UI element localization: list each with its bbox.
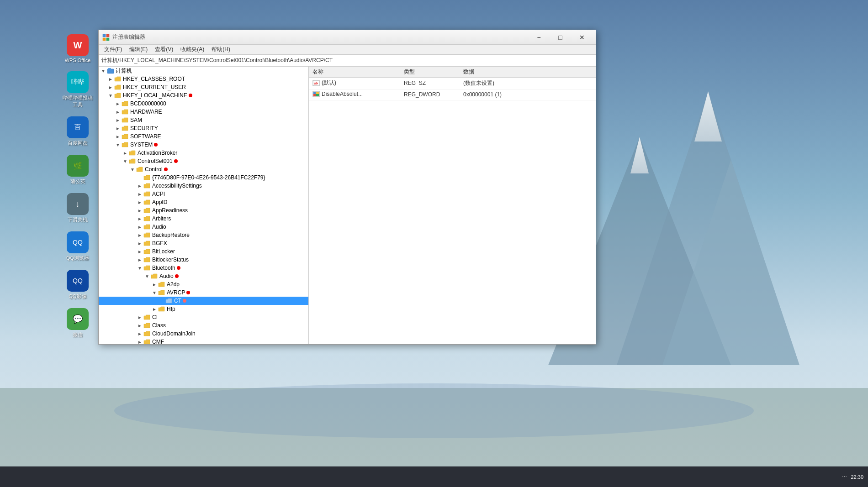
expand-a2dp[interactable]: ► bbox=[151, 281, 158, 288]
tree-item-hfp[interactable]: ► Hfp bbox=[99, 305, 308, 313]
expand-software[interactable]: ► bbox=[114, 133, 122, 140]
tree-item-guid[interactable]: ► {7746D80F-97E0-4E26-9543-26B41FC22F79} bbox=[99, 173, 308, 182]
expand-cmf[interactable]: ► bbox=[136, 338, 143, 344]
expand-acpi[interactable]: ► bbox=[136, 190, 143, 198]
table-row[interactable]: ab (默认) REG_SZ (数值未设置) bbox=[309, 78, 596, 89]
tree-item-accessibilitysettings[interactable]: ► AccessibilitySettings bbox=[99, 182, 308, 190]
tree-item-avrcp[interactable]: ▼ AVRCP bbox=[99, 288, 308, 297]
expand-hklm[interactable]: ▼ bbox=[107, 92, 114, 99]
expand-accessibilitysettings[interactable]: ► bbox=[136, 182, 143, 189]
menu-help[interactable]: 帮助(H) bbox=[208, 45, 234, 54]
expand-class[interactable]: ► bbox=[136, 322, 143, 329]
sidebar-item-wps[interactable]: W WPS Office bbox=[63, 32, 93, 65]
sidebar-item-wechat[interactable]: 💬 微信 bbox=[64, 306, 91, 340]
expand-bitlocker[interactable]: ► bbox=[136, 248, 143, 255]
expand-avrcp[interactable]: ▼ bbox=[151, 289, 158, 296]
expand-security[interactable]: ► bbox=[114, 125, 122, 132]
expand-hfp[interactable]: ► bbox=[151, 305, 158, 313]
expand-hkcu[interactable]: ► bbox=[107, 84, 114, 91]
expand-bluetooth[interactable]: ▼ bbox=[136, 264, 143, 272]
menu-file[interactable]: 文件(F) bbox=[101, 45, 126, 54]
expand-appid[interactable]: ► bbox=[136, 199, 143, 206]
sidebar-item-pugong[interactable]: 🌿 蒲公英 bbox=[64, 152, 91, 187]
menu-view[interactable]: 查看(V) bbox=[151, 45, 177, 54]
expand-audio[interactable]: ► bbox=[136, 223, 143, 230]
qqying-label: QQ影像 bbox=[69, 293, 86, 300]
tree-item-clouddomainjoin[interactable]: ► CloudDomainJoin bbox=[99, 330, 308, 338]
expand-computer[interactable]: ▼ bbox=[100, 67, 107, 74]
tree-item-bluetooth[interactable]: ▼ Bluetooth bbox=[99, 264, 308, 272]
tree-item-audio[interactable]: ► Audio bbox=[99, 223, 308, 231]
taskbar-dots[interactable]: ⋯ bbox=[842, 474, 847, 480]
expand-bt-audio[interactable]: ▼ bbox=[143, 272, 151, 280]
tree-item-hkcu[interactable]: ► HKEY_CURRENT_USER bbox=[99, 83, 308, 91]
tree-item-bitlocker[interactable]: ► BitLocker bbox=[99, 247, 308, 256]
svg-rect-13 bbox=[108, 68, 111, 69]
expand-appreadiness[interactable]: ► bbox=[136, 207, 143, 214]
tree-item-bitlockerstatus[interactable]: ► BitlockerStatus bbox=[99, 256, 308, 264]
tree-item-software[interactable]: ► SOFTWARE bbox=[99, 132, 308, 141]
tree-item-system[interactable]: ▼ SYSTEM bbox=[99, 141, 308, 149]
expand-bitlockerstatus[interactable]: ► bbox=[136, 256, 143, 263]
expand-bgfx[interactable]: ► bbox=[136, 240, 143, 247]
tree-item-ci[interactable]: ► CI bbox=[99, 313, 308, 321]
tree-item-hkcr[interactable]: ► HKEY_CLASSES_ROOT bbox=[99, 75, 308, 83]
guid-icon bbox=[143, 174, 151, 181]
tree-item-arbiters[interactable]: ► Arbiters bbox=[99, 215, 308, 223]
table-row[interactable]: DisableAbsolut... REG_DWORD 0x00000001 (… bbox=[309, 89, 596, 100]
close-button[interactable]: ✕ bbox=[572, 31, 592, 44]
expand-sam[interactable]: ► bbox=[114, 116, 122, 124]
sidebar-item-xiaguan[interactable]: ↓ 下滑关机 bbox=[64, 191, 91, 225]
address-text[interactable]: 计算机\HKEY_LOCAL_MACHINE\SYSTEM\ControlSet… bbox=[101, 57, 593, 64]
tree-item-cmf[interactable]: ► CMF bbox=[99, 338, 308, 344]
hklm-dot bbox=[189, 94, 192, 97]
computer-icon bbox=[107, 68, 114, 74]
tree-item-class[interactable]: ► Class bbox=[99, 321, 308, 330]
expand-bcd[interactable]: ► bbox=[114, 100, 122, 107]
tree-item-computer[interactable]: ▼ 计算机 bbox=[99, 67, 308, 75]
tree-item-ct[interactable]: ► CT bbox=[99, 297, 308, 305]
expand-ci[interactable]: ► bbox=[136, 314, 143, 321]
expand-control[interactable]: ▼ bbox=[129, 166, 136, 173]
sidebar-item-qqbrowser[interactable]: QQ QQ浏览器 bbox=[64, 229, 91, 264]
expand-backuprestore[interactable]: ► bbox=[136, 231, 143, 239]
tree-item-a2dp[interactable]: ► A2dp bbox=[99, 280, 308, 288]
sidebar-item-bihu[interactable]: 哔哔 哔哩哔哩投稿工具 bbox=[59, 69, 96, 110]
backuprestore-icon bbox=[143, 232, 151, 238]
tree-item-hklm[interactable]: ▼ HKEY_LOCAL_MACHINE bbox=[99, 91, 308, 99]
menu-edit[interactable]: 编辑(E) bbox=[126, 45, 151, 54]
expand-controlset001[interactable]: ▼ bbox=[122, 157, 129, 165]
tree-item-acpi[interactable]: ► ACPI bbox=[99, 190, 308, 198]
tree-item-control[interactable]: ▼ Control bbox=[99, 165, 308, 173]
expand-clouddomainjoin[interactable]: ► bbox=[136, 330, 143, 337]
tree-item-bcd[interactable]: ► BCD00000000 bbox=[99, 99, 308, 108]
svg-marker-19 bbox=[122, 118, 128, 122]
sidebar-item-baidu[interactable]: 百 百度网盘 bbox=[64, 114, 91, 149]
svg-marker-15 bbox=[115, 85, 121, 89]
tree-item-hardware[interactable]: ► HARDWARE bbox=[99, 108, 308, 116]
svg-rect-10 bbox=[103, 38, 106, 41]
tree-item-sam[interactable]: ► SAM bbox=[99, 116, 308, 124]
tree-item-bgfx[interactable]: ► BGFX bbox=[99, 239, 308, 247]
svg-rect-52 bbox=[313, 94, 316, 96]
svg-marker-33 bbox=[144, 233, 150, 237]
expand-activationbroker[interactable]: ► bbox=[122, 149, 129, 157]
sidebar-item-qqying[interactable]: QQ QQ影像 bbox=[64, 267, 91, 302]
tree-item-backuprestore[interactable]: ► BackupRestore bbox=[99, 231, 308, 239]
minimize-button[interactable]: − bbox=[529, 31, 549, 44]
menu-favorites[interactable]: 收藏夹(A) bbox=[177, 45, 208, 54]
tree-item-appreadiness[interactable]: ► AppReadiness bbox=[99, 206, 308, 215]
tree-label-guid: {7746D80F-97E0-4E26-9543-26B41FC22F79} bbox=[152, 174, 265, 181]
tree-item-controlset001[interactable]: ▼ ControlSet001 bbox=[99, 157, 308, 165]
tree-item-security[interactable]: ► SECURITY bbox=[99, 124, 308, 132]
svg-marker-42 bbox=[159, 307, 164, 311]
tree-item-activationbroker[interactable]: ► ActivationBroker bbox=[99, 149, 308, 157]
expand-arbiters[interactable]: ► bbox=[136, 215, 143, 222]
expand-hkcr[interactable]: ► bbox=[107, 75, 114, 83]
tree-item-bt-audio[interactable]: ▼ Audio bbox=[99, 272, 308, 280]
tree-item-appid[interactable]: ► AppID bbox=[99, 198, 308, 206]
svg-marker-39 bbox=[159, 282, 164, 287]
expand-system[interactable]: ▼ bbox=[114, 141, 122, 148]
expand-hardware[interactable]: ► bbox=[114, 108, 122, 115]
maximize-button[interactable]: □ bbox=[550, 31, 571, 44]
